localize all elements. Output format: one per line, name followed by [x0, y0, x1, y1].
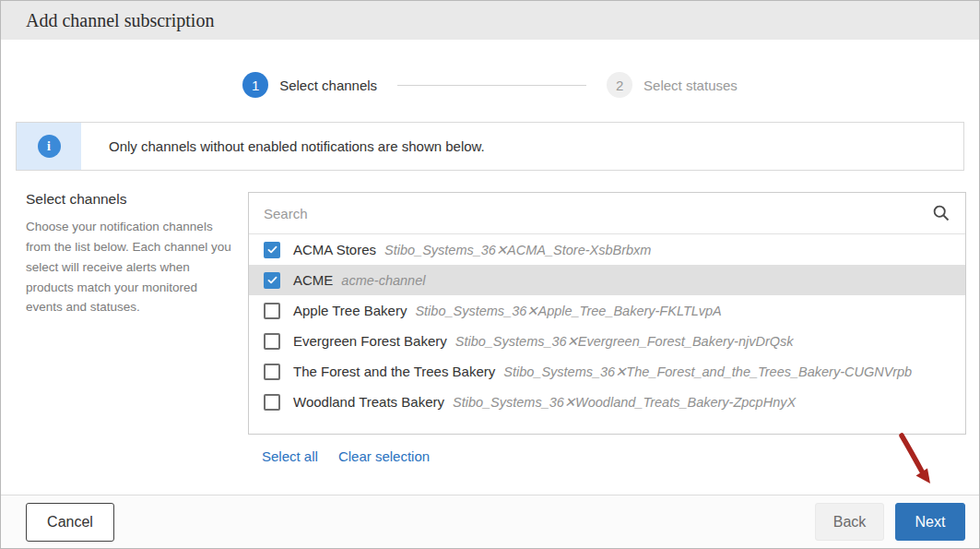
- channel-id: Stibo_Systems_36✕The_Forest_and_the_Tree…: [503, 364, 912, 379]
- sidebar-description: Choose your notification channels from t…: [26, 217, 236, 317]
- step-1-label: Select channels: [279, 78, 377, 93]
- channel-name: The Forest and the Trees Bakery: [293, 364, 495, 379]
- channel-id: Stibo_Systems_36✕Apple_Tree_Bakery-FKLTL…: [415, 304, 721, 318]
- channel-id: Stibo_Systems_36✕ACMA_Store-XsbBrbxm: [384, 243, 651, 257]
- info-banner: i Only channels without enabled notifica…: [16, 122, 964, 171]
- sidebar-heading: Select channels: [26, 191, 236, 208]
- step-2-circle: 2: [607, 72, 632, 98]
- dialog-footer: Cancel Back Next: [1, 495, 979, 548]
- search-icon[interactable]: [932, 204, 950, 222]
- channel-row[interactable]: ACMA Stores Stibo_Systems_36✕ACMA_Store-…: [249, 234, 965, 265]
- channel-id: acme-channel: [341, 273, 425, 288]
- channel-checkbox[interactable]: [264, 364, 280, 380]
- channel-checkbox[interactable]: [264, 303, 280, 319]
- red-arrow-annotation: [889, 427, 944, 494]
- channel-id: Stibo_Systems_36✕Evergreen_Forest_Bakery…: [455, 334, 794, 349]
- add-channel-subscription-dialog: Add channel subscription 1 Select channe…: [0, 0, 980, 549]
- stepper-connector-line: [397, 85, 586, 86]
- select-channels-sidebar: Select channels Choose your notification…: [26, 191, 236, 317]
- channel-checkbox[interactable]: [264, 242, 280, 258]
- dialog-title: Add channel subscription: [26, 10, 214, 31]
- channel-name: Evergreen Forest Bakery: [293, 333, 447, 349]
- channel-row[interactable]: Evergreen Forest Bakery Stibo_Systems_36…: [249, 326, 965, 356]
- info-icon: i: [38, 135, 61, 158]
- step-2-label: Select statuses: [643, 78, 738, 93]
- channel-id: Stibo_Systems_36✕Woodland_Treats_Bakery-…: [453, 395, 796, 410]
- select-all-link[interactable]: Select all: [262, 448, 318, 464]
- channel-name: Apple Tree Bakery: [293, 303, 407, 318]
- clear-selection-link[interactable]: Clear selection: [338, 448, 430, 464]
- search-input[interactable]: [264, 206, 932, 221]
- channel-row[interactable]: Woodland Treats Bakery Stibo_Systems_36✕…: [249, 387, 965, 417]
- next-button[interactable]: Next: [895, 503, 965, 541]
- channel-name: ACME: [293, 272, 333, 288]
- info-banner-text: Only channels without enabled notificati…: [109, 138, 485, 154]
- info-icon-block: i: [17, 123, 81, 170]
- channel-row[interactable]: Apple Tree Bakery Stibo_Systems_36✕Apple…: [249, 295, 965, 326]
- back-button[interactable]: Back: [815, 503, 884, 541]
- wizard-stepper: 1 Select channels 2 Select statuses: [1, 72, 979, 98]
- dialog-header: Add channel subscription: [1, 1, 979, 40]
- cancel-button[interactable]: Cancel: [26, 503, 114, 542]
- channel-checkbox[interactable]: [264, 333, 280, 350]
- channel-name: Woodland Treats Bakery: [293, 394, 444, 410]
- channel-row[interactable]: The Forest and the Trees Bakery Stibo_Sy…: [249, 356, 965, 387]
- search-row: [249, 193, 965, 234]
- channel-row[interactable]: ACME acme-channel: [249, 265, 965, 295]
- channel-list-panel: ACMA Stores Stibo_Systems_36✕ACMA_Store-…: [248, 192, 966, 435]
- channel-list: ACMA Stores Stibo_Systems_36✕ACMA_Store-…: [249, 234, 965, 431]
- channel-checkbox[interactable]: [264, 272, 280, 289]
- channel-checkbox[interactable]: [264, 394, 280, 411]
- step-1-circle: 1: [242, 72, 268, 98]
- channel-name: ACMA Stores: [293, 242, 376, 257]
- selection-links: Select all Clear selection: [262, 448, 430, 464]
